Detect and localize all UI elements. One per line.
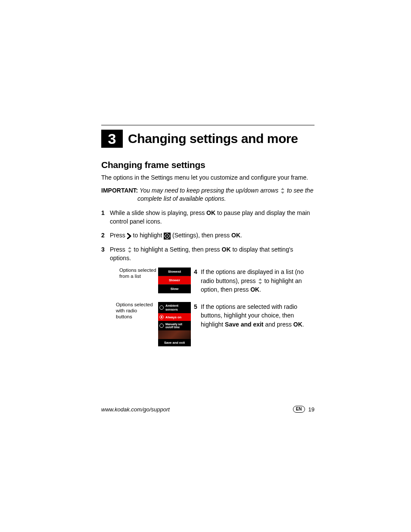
list-option: Slow	[158, 285, 191, 293]
ok-key: OK	[206, 209, 215, 216]
step-5: 5 If the options are selected with radio…	[194, 302, 312, 329]
radio-icon	[159, 305, 164, 310]
radio-icon	[159, 315, 164, 319]
text: and press	[264, 321, 293, 328]
chapter-title: Changing settings and more	[128, 131, 298, 146]
language-badge: EN	[293, 406, 305, 413]
text: While a slide show is playing, press	[110, 209, 206, 216]
svg-line-6	[165, 234, 166, 235]
step-number: 3	[101, 245, 105, 254]
important-line2: complete list of available options.	[137, 195, 314, 203]
radio-option-selected: Always on	[158, 313, 191, 321]
list-option-selected: Slower	[158, 276, 191, 285]
text: .	[302, 321, 304, 328]
ok-key: OK	[293, 321, 302, 328]
annotation-radio: Options selected with radio buttons	[116, 302, 155, 320]
ok-key: OK	[250, 286, 259, 293]
radio-label: Always on	[165, 315, 181, 319]
radio-label: Ambient sensors	[165, 304, 190, 311]
svg-point-1	[167, 235, 168, 236]
important-line1a: You may need to keep pressing the up/dow…	[140, 187, 278, 194]
radio-label: Manually set on/off time	[165, 323, 190, 329]
svg-line-9	[169, 234, 170, 235]
radio-option: Ambient sensors	[158, 302, 191, 313]
radio-icon	[159, 324, 164, 328]
ok-key: OK	[222, 246, 231, 253]
annotation-list: Options selected from a list	[119, 268, 158, 280]
ok-key: OK	[231, 232, 240, 239]
step-number: 2	[101, 231, 105, 240]
step-4: 4 If the options are displayed in a list…	[194, 268, 312, 294]
step-text: Press to highlight a Setting, then press…	[110, 246, 293, 261]
text: Press	[110, 246, 127, 253]
text: .	[240, 232, 242, 239]
step-text: Press to highlight (Settings), then pres…	[110, 232, 242, 239]
settings-icon	[164, 233, 171, 240]
up-down-arrow-icon	[258, 278, 263, 284]
step-list: 1 While a slide show is playing, press O…	[101, 208, 314, 262]
text: .	[259, 286, 261, 293]
list-options-panel: Slowest Slower Slow	[158, 268, 191, 293]
step-number: 1	[101, 208, 105, 217]
chapter-header: 3 Changing settings and more	[101, 130, 314, 148]
svg-line-7	[169, 237, 170, 238]
chapter-number: 3	[101, 130, 123, 148]
step-text: While a slide show is playing, press OK …	[110, 209, 310, 225]
text: to highlight a Setting, then press	[132, 246, 222, 253]
step-1: 1 While a slide show is playing, press O…	[101, 208, 314, 226]
footer-url: www.kodak.com/go/support	[101, 406, 170, 413]
important-line1b: to see the	[287, 187, 314, 194]
page-number: 19	[308, 406, 314, 413]
right-steps: 4 If the options are displayed in a list…	[194, 268, 312, 337]
text: Press	[110, 232, 127, 239]
intro-text: The options in the Settings menu let you…	[101, 174, 314, 182]
text: (Settings), then press	[171, 232, 231, 239]
step-2: 2 Press to highlight (Settings), then pr…	[101, 231, 314, 240]
figure-block: Options selected from a list Options sel…	[101, 268, 314, 358]
radio-option: Manually set on/off time	[158, 321, 191, 330]
right-arrow-icon	[127, 233, 131, 239]
text: to highlight	[131, 232, 164, 239]
chapter-rule	[101, 125, 314, 125]
step-number: 4	[194, 268, 197, 276]
step-number: 5	[194, 302, 197, 311]
page-footer: www.kodak.com/go/support EN 19	[101, 406, 314, 413]
step-3: 3 Press to highlight a Setting, then pre…	[101, 245, 314, 263]
panel-photo-preview	[158, 330, 191, 339]
important-note: IMPORTANT: You may need to keep pressing…	[101, 187, 314, 203]
section-title: Changing frame settings	[101, 160, 314, 170]
up-down-arrow-icon	[280, 188, 285, 194]
list-option: Slowest	[158, 268, 191, 276]
radio-options-panel: Ambient sensors Always on Manually set o…	[158, 302, 191, 346]
up-down-arrow-icon	[127, 247, 132, 253]
save-and-exit-row: Save and exit	[158, 339, 191, 346]
important-label: IMPORTANT:	[101, 187, 138, 194]
svg-line-8	[165, 237, 166, 238]
bold-text: Save and exit	[225, 321, 264, 328]
